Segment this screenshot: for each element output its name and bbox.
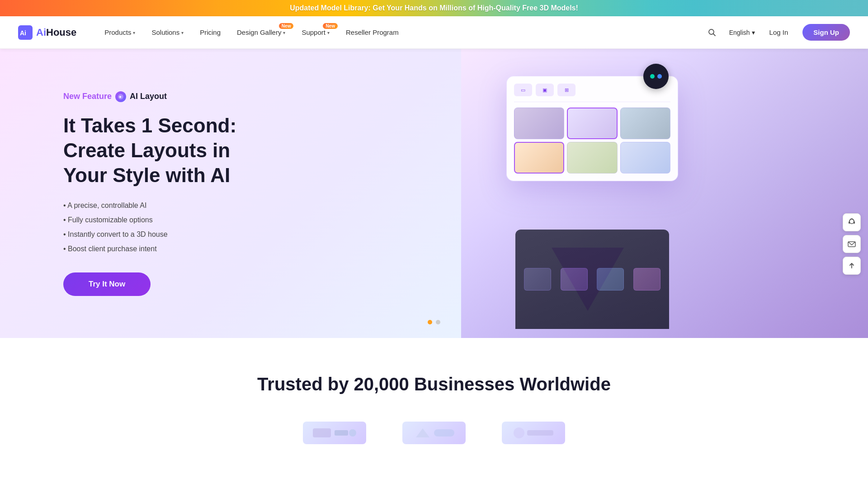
mail-button[interactable] [843, 235, 861, 253]
nav-badge-support: New [323, 23, 338, 29]
scroll-top-button[interactable] [843, 257, 861, 275]
headset-icon [847, 218, 856, 227]
nav-item-pricing[interactable]: Pricing [193, 25, 227, 40]
panel-cell-3 [620, 108, 670, 139]
logo-icon: Ai [18, 25, 33, 40]
trusted-logos [18, 422, 850, 444]
ai-eye-left [650, 74, 655, 79]
trusted-title: Trusted by 20,000 Businesses Worldwide [18, 374, 850, 394]
partner-logo-icon-2 [411, 425, 457, 441]
logo-text: AiHouse [36, 27, 76, 38]
svg-rect-12 [527, 430, 553, 436]
hero-badge-text: New Feature [63, 92, 112, 101]
hero-bullets: • A precise, controllable AI • Fully cus… [63, 200, 271, 254]
hero-badge: New Feature ✦ AI Layout [63, 91, 271, 102]
svg-text:✦: ✦ [118, 95, 122, 99]
hero-ui-panel: ▭ ▣ ⊞ [506, 76, 678, 181]
panel-cell-4 [514, 142, 564, 174]
nav-item-reseller-program[interactable]: Reseller Program [340, 25, 405, 40]
svg-rect-14 [849, 221, 850, 224]
chevron-down-icon: ▾ [181, 30, 184, 35]
logo[interactable]: Ai AiHouse [18, 25, 76, 40]
chevron-down-icon: ▾ [327, 30, 330, 35]
announcement-bar: Updated Model Library: Get Your Hands on… [0, 0, 868, 16]
chevron-down-icon: ▾ [283, 30, 285, 35]
login-button[interactable]: Log In [764, 25, 794, 40]
ai-icon: ✦ [118, 94, 124, 100]
ai-robot-icon [643, 64, 669, 89]
nav-right: English ▾ Log In Sign Up [704, 24, 850, 41]
svg-marker-9 [416, 428, 429, 437]
chevron-down-icon: ▾ [752, 29, 755, 36]
hero-content: New Feature ✦ AI Layout It Takes 1 Secon… [0, 64, 271, 323]
trusted-section: Trusted by 20,000 Businesses Worldwide [0, 338, 868, 471]
side-actions [843, 213, 861, 275]
hero-title: It Takes 1 Second: Create Layouts in You… [63, 113, 271, 188]
panel-cell-5 [567, 142, 617, 174]
partner-logo-2 [402, 422, 466, 444]
svg-text:Ai: Ai [20, 29, 26, 37]
nav-item-support[interactable]: Support ▾ New [295, 25, 336, 40]
laptop-screen [515, 230, 669, 329]
panel-cell-2 [567, 108, 617, 139]
announcement-text: Updated Model Library: Get Your Hands on… [290, 4, 578, 12]
carousel-dots [428, 320, 440, 324]
search-icon [708, 28, 717, 37]
try-it-now-button[interactable]: Try It Now [63, 272, 151, 296]
svg-point-11 [514, 427, 524, 438]
nav-item-solutions[interactable]: Solutions ▾ [145, 25, 190, 40]
bullet-1: • A precise, controllable AI [63, 200, 271, 211]
panel-cell-6 [620, 142, 670, 174]
svg-point-8 [349, 429, 356, 436]
partner-logo-3 [502, 422, 565, 444]
nav-badge-design-gallery: New [279, 23, 294, 29]
bullet-4: • Boost client purchase intent [63, 244, 271, 254]
hero-visual: ▭ ▣ ⊞ [461, 49, 868, 338]
bullet-3: • Instantly convert to a 3D house [63, 229, 271, 240]
partner-logo-1 [303, 422, 366, 444]
nav-links: Products ▾ Solutions ▾ Pricing Design Ga… [98, 25, 703, 40]
carousel-dot-1[interactable] [428, 320, 432, 324]
nav-item-products[interactable]: Products ▾ [98, 25, 142, 40]
panel-tool-2: ▣ [536, 84, 554, 96]
partner-logo-icon-3 [511, 425, 556, 441]
language-selector[interactable]: English ▾ [729, 29, 755, 36]
svg-rect-10 [434, 429, 454, 436]
partner-logo-icon-1 [312, 425, 357, 441]
svg-rect-6 [313, 428, 331, 437]
arrow-up-icon [847, 261, 856, 270]
panel-toolbar: ▭ ▣ ⊞ [514, 84, 670, 102]
hero-section: New Feature ✦ AI Layout It Takes 1 Secon… [0, 49, 868, 338]
mail-icon [847, 239, 856, 249]
panel-grid [514, 108, 670, 174]
carousel-dot-2[interactable] [436, 320, 440, 324]
panel-tool-3: ⊞ [557, 84, 576, 96]
headset-button[interactable] [843, 213, 861, 231]
navbar: Ai AiHouse Products ▾ Solutions ▾ Pricin… [0, 16, 868, 49]
search-button[interactable] [704, 24, 720, 41]
svg-rect-7 [335, 430, 348, 436]
hero-ai-label: AI Layout [130, 92, 167, 101]
hero-badge-icon: ✦ [115, 91, 126, 102]
laptop-content [515, 230, 669, 329]
ai-eye-right [657, 74, 662, 79]
panel-cell-1 [514, 108, 564, 139]
signup-button[interactable]: Sign Up [802, 24, 850, 41]
svg-line-3 [713, 33, 715, 36]
bullet-2: • Fully customizable options [63, 215, 271, 225]
nav-item-design-gallery[interactable]: Design Gallery ▾ New [231, 25, 292, 40]
chevron-down-icon: ▾ [133, 30, 135, 35]
ai-robot-eyes [650, 74, 662, 79]
svg-rect-15 [854, 221, 855, 224]
panel-tool-1: ▭ [514, 84, 532, 96]
